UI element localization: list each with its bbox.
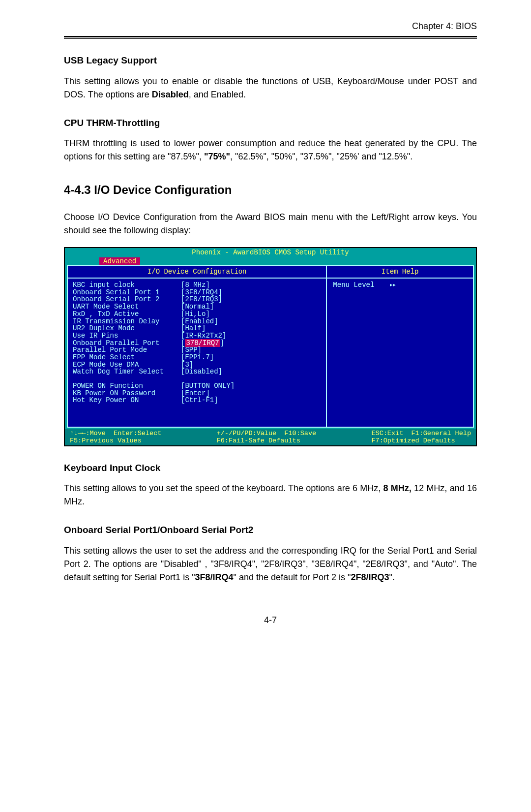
heading-usb-legacy: USB Legacy Support (64, 54, 477, 68)
bios-setting-row[interactable]: UART Mode Select[Normal] (73, 303, 321, 311)
bios-setting-row[interactable]: Use IR Pins[IR-Rx2Tx2] (73, 332, 321, 340)
menu-level-label: Menu Level (333, 281, 374, 289)
bios-setting-label: KB Power ON Password (73, 390, 181, 397)
bios-setting-row[interactable]: Onboard Serial Port 1[3F8/IRQ4] (73, 289, 321, 296)
text: This setting allows to you set the speed… (64, 483, 384, 493)
heading-io-device: 4-4.3 I/O Device Configuration (64, 181, 477, 199)
heading-serial-ports: Onboard Serial Port1/Onboard Serial Port… (64, 523, 477, 537)
bold: 3F8/IRQ4 (195, 572, 234, 582)
bios-setting-value[interactable]: [IR-Rx2Tx2] (181, 332, 226, 340)
bios-title: Phoenix - AwardBIOS CMOS Setup Utility (65, 248, 476, 257)
bios-setting-value[interactable]: [EPP1.7] (181, 354, 214, 361)
footer-hint: F7:Optimized Defaults (371, 437, 471, 444)
bios-setting-label: RxD , TxD Active (73, 311, 181, 318)
menu-level-arrows-icon: ▸▸ (389, 281, 395, 289)
bios-right-panel: Item Help Menu Level ▸▸ (327, 266, 473, 427)
bios-setting-label: Use IR Pins (73, 332, 181, 340)
bios-setting-row[interactable]: Onboard Serial Port 2[2F8/IRQ3] (73, 296, 321, 303)
text: ". (389, 572, 395, 582)
bios-setting-row[interactable]: ECP Mode Use DMA[3] (73, 361, 321, 369)
bios-setting-value[interactable]: [BUTTON ONLY] (181, 382, 235, 390)
bios-setting-value[interactable]: [Hi,Lo] (181, 311, 210, 318)
bios-setting-label: UR2 Duplex Mode (73, 325, 181, 332)
bios-setting-label: KBC input clock (73, 281, 181, 289)
bios-setting-row[interactable]: Hot Key Power ON[Ctrl-F1] (73, 397, 321, 404)
bios-window: Phoenix - AwardBIOS CMOS Setup Utility A… (64, 247, 477, 446)
bold: 8 MHz, (384, 483, 412, 493)
bios-setting-label: POWER ON Function (73, 382, 181, 390)
bios-setting-value[interactable]: [Enabled] (181, 318, 218, 325)
bios-setting-row[interactable]: EPP Mode Select[EPP1.7] (73, 354, 321, 361)
text: , and Enabled. (189, 90, 246, 99)
bios-setting-value[interactable]: [SPP] (181, 346, 202, 354)
bios-right-heading: Item Help (327, 266, 473, 279)
bios-setting-label: ECP Mode Use DMA (73, 361, 181, 369)
bios-setting-label: UART Mode Select (73, 303, 181, 311)
bold: 2F8/IRQ3 (351, 572, 389, 582)
text: " and the default for Port 2 is " (234, 572, 351, 582)
bios-setting-value[interactable]: [3F8/IRQ4] (181, 289, 222, 296)
bios-tab-advanced[interactable]: Advanced (99, 257, 140, 266)
para-cpu-thrm: THRM throttling is used to lower power c… (64, 137, 477, 163)
bios-setting-row[interactable]: Onboard Parallel Port[378/IRQ7] (73, 340, 321, 347)
bios-setting-row[interactable]: UR2 Duplex Mode[Half] (73, 325, 321, 332)
bios-setting-value[interactable]: [2F8/IRQ3] (181, 296, 222, 303)
bios-settings-list[interactable]: KBC input clock[8 MHz]Onboard Serial Por… (68, 279, 326, 407)
bios-setting-row[interactable]: Watch Dog Timer Select[Disabled] (73, 368, 321, 375)
chapter-header: Chapter 4: BIOS (64, 20, 477, 36)
bios-setting-value[interactable]: [Enter] (181, 390, 210, 397)
para-kbd-clock: This setting allows to you set the speed… (64, 482, 477, 508)
footer-hint: ↑↓→←:Move Enter:Select (70, 430, 161, 437)
rule-thin (64, 38, 477, 39)
bios-setting-label: Watch Dog Timer Select (73, 368, 181, 375)
bios-setting-row[interactable]: RxD , TxD Active[Hi,Lo] (73, 311, 321, 318)
bios-setting-value[interactable]: [Normal] (181, 303, 214, 311)
bios-setting-label: IR Transmission Delay (73, 318, 181, 325)
bios-setting-value[interactable]: [8 MHz] (181, 281, 210, 289)
heading-kbd-clock: Keyboard Input Clock (64, 461, 477, 475)
rule-thick (64, 36, 477, 37)
bios-main-panel: I/O Device Configuration KBC input clock… (67, 265, 474, 428)
bios-left-panel: I/O Device Configuration KBC input clock… (68, 266, 327, 427)
bios-setting-row[interactable]: Parallel Port Mode[SPP] (73, 346, 321, 354)
bios-setting-row[interactable]: POWER ON Function[BUTTON ONLY] (73, 382, 321, 390)
bios-setting-value[interactable]: [Disabled] (181, 368, 222, 375)
footer-hint: +/-/PU/PD:Value F10:Save (217, 430, 317, 437)
menu-level-row: Menu Level ▸▸ (333, 281, 467, 289)
heading-cpu-thrm: CPU THRM-Throttling (64, 116, 477, 130)
bios-left-heading: I/O Device Configuration (68, 266, 326, 279)
bold: Disabled (152, 90, 189, 99)
bios-setting-label: Parallel Port Mode (73, 346, 181, 354)
para-serial-ports: This setting allows the user to set the … (64, 544, 477, 584)
bios-setting-label: Hot Key Power ON (73, 397, 181, 404)
bios-tab-row: Advanced (65, 257, 476, 266)
bios-setting-value[interactable]: [Ctrl-F1] (181, 397, 218, 404)
footer-hint: F5:Previous Values (70, 437, 161, 444)
footer-hint: F6:Fail-Safe Defaults (217, 437, 317, 444)
bios-setting-value[interactable]: [378/IRQ7] (181, 340, 224, 347)
para-io-device: Choose I/O Device Configuration from the… (64, 211, 477, 237)
bios-setting-label: EPP Mode Select (73, 354, 181, 361)
footer-hint: ESC:Exit F1:General Help (371, 430, 471, 437)
bios-setting-label: Onboard Serial Port 1 (73, 289, 181, 296)
bios-setting-value[interactable]: [Half] (181, 325, 206, 332)
text: , "62.5%", "50%", "37.5%", "25%' and "12… (230, 152, 413, 161)
page-number: 4-7 (64, 614, 477, 627)
text: This setting allows you to enable or dis… (64, 76, 477, 99)
bios-setting-value[interactable]: [3] (181, 361, 193, 369)
bios-setting-label: Onboard Parallel Port (73, 340, 181, 347)
bios-footer: ↑↓→←:Move Enter:Select F5:Previous Value… (65, 429, 476, 445)
bios-setting-row[interactable]: KBC input clock[8 MHz] (73, 281, 321, 289)
bold: "75%" (204, 152, 230, 161)
bios-setting-row[interactable]: KB Power ON Password[Enter] (73, 390, 321, 397)
bios-setting-row[interactable]: IR Transmission Delay[Enabled] (73, 318, 321, 325)
para-usb-legacy: This setting allows you to enable or dis… (64, 75, 477, 101)
bios-setting-label: Onboard Serial Port 2 (73, 296, 181, 303)
